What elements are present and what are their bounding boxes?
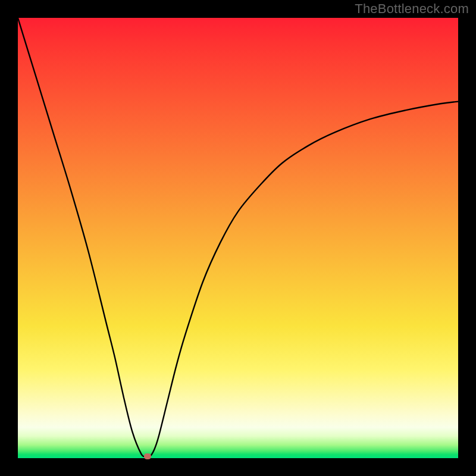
watermark-text: TheBottleneck.com [355, 1, 469, 17]
minimum-marker [144, 453, 151, 459]
gradient-background [18, 18, 458, 458]
chart-container: TheBottleneck.com [0, 0, 476, 476]
plot-area [18, 18, 458, 458]
